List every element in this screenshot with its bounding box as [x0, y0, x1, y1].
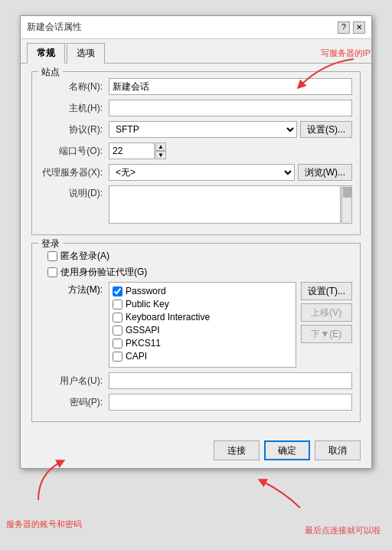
method-row: 方法(M): Password Public Key [40, 282, 352, 368]
method-pkcs11-checkbox[interactable] [113, 339, 122, 349]
method-pkcs11-label: PKCS11 [126, 338, 161, 349]
connect-button[interactable]: 连接 [214, 440, 260, 460]
method-publickey-checkbox[interactable] [113, 300, 122, 309]
arrow-account-svg [23, 458, 84, 504]
username-input[interactable] [109, 372, 352, 389]
port-row: 端口号(O): ▲ ▼ [40, 142, 352, 159]
method-publickey-label: Public Key [126, 299, 169, 309]
proxy-label: 代理服务器(X): [40, 166, 109, 179]
method-label: 方法(M): [40, 282, 109, 296]
method-buttons: 设置(T)... 上移(V) 下▼(E) [301, 282, 352, 368]
dialog-title: 新建会话属性 [27, 21, 82, 34]
method-gssapi: GSSAPI [113, 325, 292, 336]
method-password-checkbox[interactable] [113, 286, 122, 296]
method-capi: CAPI [113, 351, 292, 362]
dialog-content: 站点 名称(N): 主机(H): 协议(R): SFTP [21, 64, 371, 437]
host-row: 主机(H): [40, 100, 352, 116]
desc-label: 说明(D): [40, 185, 109, 200]
port-controls: ▲ ▼ [109, 142, 166, 159]
username-row: 用户名(U): [40, 372, 352, 389]
method-settings-button[interactable]: 设置(T)... [301, 282, 352, 300]
username-label: 用户名(U): [40, 375, 109, 388]
method-list-container: Password Public Key Keyboard Interactive [109, 282, 352, 368]
title-bar-controls: ? ✕ [338, 21, 365, 34]
protocol-select[interactable]: SFTP FTP SCP [109, 121, 297, 138]
method-gssapi-checkbox[interactable] [113, 326, 122, 336]
method-capi-label: CAPI [126, 351, 147, 362]
tab-options[interactable]: 选项 [67, 43, 105, 64]
method-publickey: Public Key [113, 299, 292, 309]
password-row: 密码(P): [40, 394, 352, 411]
port-up-button[interactable]: ▲ [155, 142, 166, 151]
name-label: 名称(N): [40, 80, 109, 93]
proxy-select[interactable]: <无> [109, 164, 295, 181]
protocol-row: 协议(R): SFTP FTP SCP 设置(S)... [40, 121, 352, 138]
site-section: 站点 名称(N): 主机(H): 协议(R): SFTP [31, 71, 361, 235]
host-label: 主机(H): [40, 102, 109, 115]
agent-row: 使用身份验证代理(G) [40, 266, 352, 279]
method-keyboard: Keyboard Interactive [113, 312, 292, 322]
login-section: 登录 匿名登录(A) 使用身份验证代理(G) 方法(M): [31, 243, 361, 422]
method-capi-checkbox[interactable] [113, 352, 122, 362]
port-label: 端口号(O): [40, 145, 109, 158]
login-section-title: 登录 [38, 237, 63, 250]
protocol-row-inner: SFTP FTP SCP 设置(S)... [109, 121, 352, 138]
anonymous-checkbox[interactable] [47, 251, 57, 261]
tab-general[interactable]: 常规 [27, 43, 65, 64]
method-pkcs11: PKCS11 [113, 338, 292, 349]
annotation-account: 服务器的账号和密码 [6, 519, 82, 530]
arrow-connect-svg [224, 477, 315, 516]
desc-textarea[interactable] [109, 185, 341, 224]
site-section-title: 站点 [38, 66, 63, 79]
password-label: 密码(P): [40, 396, 109, 409]
host-input[interactable] [109, 100, 352, 116]
method-keyboard-checkbox[interactable] [113, 313, 122, 322]
proxy-row-inner: <无> 浏览(W)... [109, 164, 352, 181]
agent-label: 使用身份验证代理(G) [60, 266, 147, 279]
annotation-connect: 最后点连接就可以啦 [305, 525, 381, 536]
protocol-label: 协议(R): [40, 123, 109, 136]
method-down-button[interactable]: 下▼(E) [301, 325, 352, 343]
password-input[interactable] [109, 394, 352, 411]
browse-button[interactable]: 浏览(W)... [298, 164, 352, 181]
method-keyboard-label: Keyboard Interactive [126, 312, 210, 322]
method-list: Password Public Key Keyboard Interactive [109, 282, 296, 368]
proxy-row: 代理服务器(X): <无> 浏览(W)... [40, 164, 352, 181]
desc-row: 说明(D): [40, 185, 352, 224]
method-up-button[interactable]: 上移(V) [301, 303, 352, 322]
method-password: Password [113, 286, 292, 296]
method-password-label: Password [126, 286, 166, 296]
protocol-settings-button[interactable]: 设置(S)... [300, 121, 352, 138]
help-button[interactable]: ? [338, 21, 350, 34]
desc-scrollbar[interactable] [341, 185, 352, 224]
agent-checkbox[interactable] [47, 267, 57, 277]
port-down-button[interactable]: ▼ [155, 151, 166, 159]
cancel-button[interactable]: 取消 [315, 440, 361, 460]
port-input[interactable] [109, 142, 155, 159]
method-gssapi-label: GSSAPI [126, 325, 160, 336]
title-bar: 新建会话属性 ? ✕ [21, 16, 371, 39]
port-spinner: ▲ ▼ [155, 142, 166, 159]
anonymous-label: 匿名登录(A) [60, 250, 109, 263]
ok-button[interactable]: 确定 [264, 440, 310, 460]
close-button[interactable]: ✕ [353, 21, 365, 34]
scroll-thumb [343, 187, 352, 198]
anonymous-row: 匿名登录(A) [40, 250, 352, 263]
arrow-ip-svg [277, 55, 369, 93]
